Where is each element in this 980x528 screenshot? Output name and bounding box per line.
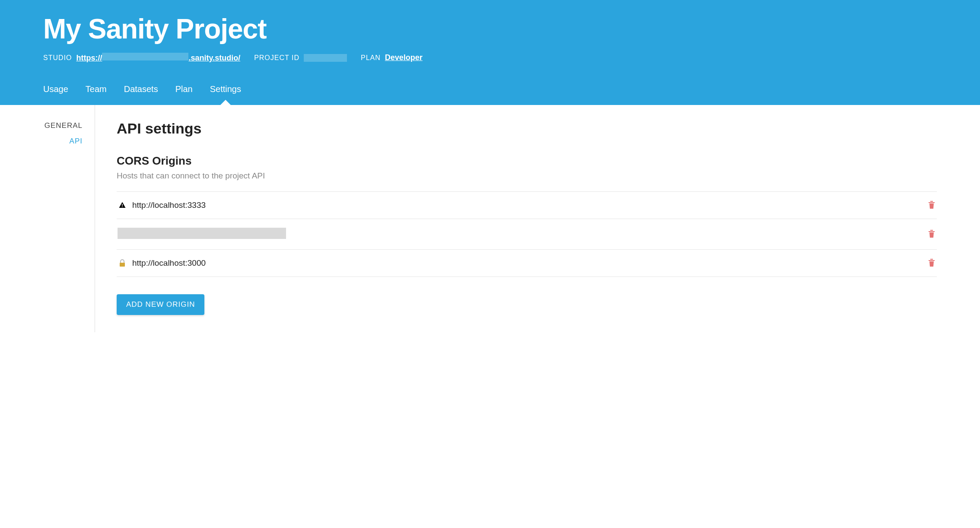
cors-origin-url: http://localhost:3333: [132, 200, 928, 210]
studio-url-suffix: .sanity.studio/: [188, 54, 240, 63]
sidebar-item-general[interactable]: GENERAL: [43, 118, 83, 134]
tab-plan[interactable]: Plan: [175, 84, 193, 105]
add-new-origin-button[interactable]: ADD NEW ORIGIN: [117, 294, 204, 315]
svg-rect-5: [930, 230, 933, 231]
svg-rect-2: [929, 202, 935, 203]
delete-origin-button[interactable]: [928, 259, 936, 267]
sidebar-item-api[interactable]: API: [43, 134, 83, 149]
studio-url-prefix: https://: [76, 54, 102, 63]
redacted-studio-host: [102, 53, 188, 60]
cors-origin-list: http://localhost:3333 http://localhost:3…: [117, 191, 937, 277]
tab-datasets[interactable]: Datasets: [124, 84, 158, 105]
delete-origin-button[interactable]: [928, 201, 936, 210]
tab-settings[interactable]: Settings: [210, 84, 241, 105]
settings-sidebar: GENERAL API: [43, 105, 95, 332]
delete-origin-button[interactable]: [928, 230, 936, 239]
svg-rect-1: [122, 207, 123, 207]
tabs: Usage Team Datasets Plan Settings: [43, 84, 937, 105]
plan-label: PLAN: [361, 54, 381, 62]
project-meta: STUDIO https://.sanity.studio/ PROJECT I…: [43, 53, 937, 63]
cors-origin-row: http://localhost:3333: [117, 192, 937, 219]
cors-origin-url: http://localhost:3000: [132, 258, 928, 268]
main-content: API settings CORS Origins Hosts that can…: [95, 105, 937, 332]
cors-origin-row: http://localhost:3000: [117, 250, 937, 277]
warning-icon: [118, 201, 127, 209]
svg-rect-0: [122, 204, 123, 206]
cors-origin-row: [117, 219, 937, 250]
svg-rect-3: [930, 201, 933, 202]
project-id-label: PROJECT ID: [254, 54, 299, 62]
redacted-origin: [118, 228, 928, 241]
plan-link[interactable]: Developer: [385, 53, 423, 62]
svg-rect-8: [930, 259, 933, 260]
tab-team[interactable]: Team: [86, 84, 107, 105]
project-title: My Sanity Project: [43, 13, 937, 45]
cors-description: Hosts that can connect to the project AP…: [117, 171, 937, 181]
page-title: API settings: [117, 120, 937, 137]
project-header: My Sanity Project STUDIO https://.sanity…: [0, 0, 980, 105]
tab-usage[interactable]: Usage: [43, 84, 68, 105]
svg-rect-6: [120, 263, 125, 267]
svg-rect-7: [929, 260, 935, 261]
svg-rect-4: [929, 231, 935, 232]
redacted-project-id: [304, 54, 347, 62]
studio-label: STUDIO: [43, 54, 72, 62]
studio-url-link[interactable]: https://.sanity.studio/: [76, 53, 240, 63]
cors-title: CORS Origins: [117, 154, 937, 168]
lock-icon: [118, 259, 127, 267]
